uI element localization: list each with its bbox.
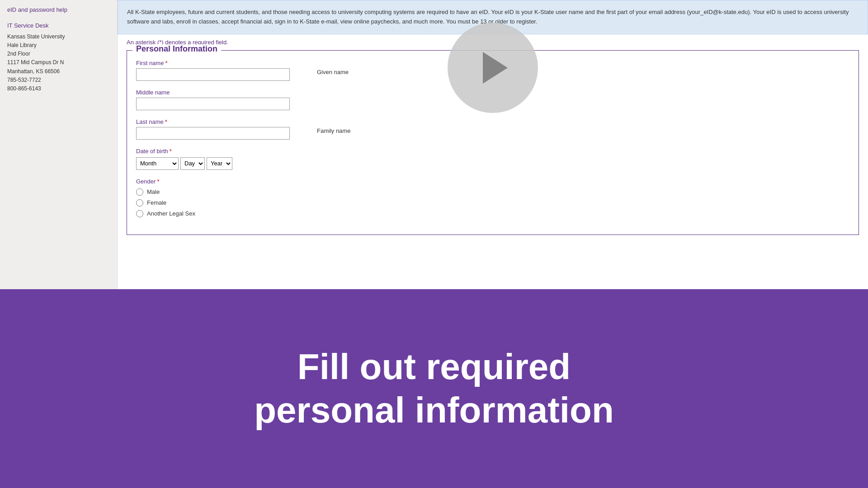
date-of-birth-field: Date of birth* Month January February Ma… [136,148,232,170]
year-select[interactable]: Year [207,157,232,170]
it-service-desk-link[interactable]: IT Service Desk [7,21,110,31]
gender-female-option: Female [136,199,849,206]
dob-selects: Month January February March April May J… [136,157,232,170]
info-text: All K-State employees, future and curren… [127,9,849,25]
sidebar: eID and password help IT Service Desk Ka… [0,0,118,289]
address-line3: 2nd Floor [7,51,30,57]
gender-other-radio[interactable] [136,210,143,217]
first-name-required-star: * [165,60,167,66]
day-select[interactable]: Day 12345 678910 1112131415 1617181920 2… [180,157,205,170]
banner-line2: personal information [254,389,614,432]
gender-required-star: * [157,178,159,185]
section-title: Personal Information [132,44,221,54]
sidebar-address: IT Service Desk Kansas State University … [0,16,117,99]
main-content: All K-State employees, future and curren… [118,0,868,289]
last-name-hint: Family name [317,118,350,134]
first-name-field: First name* [136,60,308,81]
phone1: 785-532-7722 [7,77,41,83]
banner-line1: Fill out required [254,345,614,389]
gender-label: Gender* [136,178,849,185]
play-icon [483,52,508,84]
last-name-field: Last name* [136,118,308,140]
address-line1: Kansas State University [7,33,65,40]
first-name-label: First name* [136,60,308,66]
gender-other-label: Another Legal Sex [147,210,195,217]
address-line4: 1117 Mid Campus Dr N [7,59,64,66]
last-name-label: Last name* [136,118,308,125]
dob-label: Date of birth* [136,148,232,155]
address-line2: Hale Library [7,42,37,48]
bottom-banner: Fill out required personal information [0,289,868,488]
eid-help-link[interactable]: eID and password help [0,4,117,16]
last-name-required-star: * [165,118,167,125]
banner-text: Fill out required personal information [254,345,614,432]
first-name-input[interactable] [136,68,290,81]
last-name-input[interactable] [136,127,290,140]
date-of-birth-row: Date of birth* Month January February Ma… [136,148,849,170]
middle-name-label: Middle name [136,89,308,96]
gender-female-radio[interactable] [136,199,143,206]
dob-required-star: * [170,148,172,155]
gender-male-radio[interactable] [136,188,143,196]
middle-name-field: Middle name [136,89,308,110]
gender-other-option: Another Legal Sex [136,210,849,217]
video-play-button[interactable] [448,23,538,113]
middle-name-input[interactable] [136,98,290,110]
month-select[interactable]: Month January February March April May J… [136,157,179,170]
gender-male-option: Male [136,188,849,196]
gender-female-label: Female [147,199,166,206]
gender-options: Male Female Another Legal Sex [136,188,849,217]
phone2: 800-865-6143 [7,85,41,92]
gender-male-label: Male [147,188,160,195]
address-line5: Manhattan, KS 66506 [7,68,60,75]
gender-section: Gender* Male Female Another Legal Sex [136,178,849,217]
first-name-hint: Given name [317,60,349,75]
last-name-row: Last name* Family name [136,118,849,140]
